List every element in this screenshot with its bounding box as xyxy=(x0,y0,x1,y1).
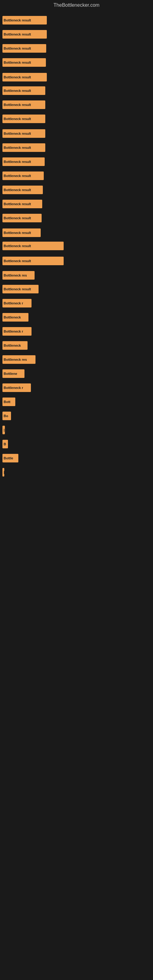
bar-item: Bottleneck result xyxy=(2,200,42,208)
bar-item: | xyxy=(2,468,4,477)
bar-item: Bo xyxy=(2,412,11,420)
bar-item: Bottleneck result xyxy=(2,73,47,81)
bar-label: Bottleneck r xyxy=(4,329,23,333)
bar-item: Bottleneck r xyxy=(2,299,32,307)
bar-label: Bottleneck result xyxy=(4,216,31,220)
bar-label: Bottleneck result xyxy=(4,60,31,64)
bar-label: Bottleneck result xyxy=(4,202,31,206)
bar-item: Bottleneck result xyxy=(2,158,45,166)
bar-label: | xyxy=(4,428,5,432)
bar-label: Bottleneck result xyxy=(4,174,31,178)
bar-item: Bottleneck result xyxy=(2,242,64,250)
bar-item: Bottleneck result xyxy=(2,129,45,138)
bar-label: Bott xyxy=(4,400,10,404)
bar-item: B xyxy=(2,440,8,449)
bar-label: Bottleneck result xyxy=(4,89,31,92)
bar-item: Bottleneck result xyxy=(2,186,43,194)
bar-item: Bottlene xyxy=(2,369,24,378)
bar-item: Bottleneck result xyxy=(2,257,64,265)
bar-label: Bottlene xyxy=(4,372,17,375)
bar-item: Bottleneck result xyxy=(2,214,41,222)
bar-item: Bott xyxy=(2,398,15,406)
bar-item: Bottleneck result xyxy=(2,229,41,237)
bar-label: Bottleneck result xyxy=(4,132,31,135)
bar-item: Bottleneck r xyxy=(2,327,32,336)
bar-item: Bottleneck result xyxy=(2,30,47,38)
bar-label: Bottleneck res xyxy=(4,358,27,361)
bar-item: Bottleneck result xyxy=(2,86,45,95)
site-title: TheBottlenecker.com xyxy=(0,0,153,9)
bar-item: Bottleneck result xyxy=(2,58,46,67)
chart-area: Bottleneck resultBottleneck resultBottle… xyxy=(0,9,153,974)
bar-label: Bottleneck result xyxy=(4,18,31,22)
bar-item: | xyxy=(2,426,5,434)
bar-label: Bottleneck result xyxy=(4,46,31,50)
bar-item: Bottle xyxy=(2,454,18,463)
bar-item: Bottleneck res xyxy=(2,355,35,364)
bar-item: Bottleneck result xyxy=(2,44,46,52)
bar-label: | xyxy=(4,470,4,474)
bar-item: Bottleneck res xyxy=(2,271,35,280)
bar-item: Bottleneck result xyxy=(2,115,45,123)
bar-label: Bottleneck result xyxy=(4,188,31,192)
bar-label: Bottleneck xyxy=(4,344,21,347)
bar-item: Bottleneck result xyxy=(2,16,47,24)
bar-label: Bottleneck result xyxy=(4,32,31,36)
bar-label: Bottleneck result xyxy=(4,146,31,150)
bar-item: Bottleneck result xyxy=(2,143,45,152)
bar-label: Bottleneck result xyxy=(4,231,31,235)
bar-label: Bottleneck result xyxy=(4,244,31,248)
bar-label: Bottleneck xyxy=(4,315,21,319)
bar-item: Bottleneck xyxy=(2,313,29,321)
bar-label: Bottleneck result xyxy=(4,103,31,107)
bar-item: Bottleneck result xyxy=(2,172,44,180)
bar-label: Bottleneck result xyxy=(4,75,31,79)
bar-label: B xyxy=(4,442,6,446)
bar-label: Bottleneck result xyxy=(4,160,31,164)
bar-label: Bottleneck result xyxy=(4,287,31,291)
bar-item: Bottleneck xyxy=(2,341,27,350)
bar-label: Bottleneck r xyxy=(4,386,23,390)
bar-label: Bottleneck result xyxy=(4,259,31,263)
bar-item: Bottleneck result xyxy=(2,285,38,293)
bar-item: Bottleneck result xyxy=(2,100,45,109)
bar-label: Bottleneck res xyxy=(4,274,27,277)
bar-label: Bottleneck result xyxy=(4,117,31,121)
bar-label: Bottle xyxy=(4,456,13,460)
bar-label: Bottleneck r xyxy=(4,301,23,305)
bar-label: Bo xyxy=(4,414,8,418)
bar-item: Bottleneck r xyxy=(2,383,31,392)
